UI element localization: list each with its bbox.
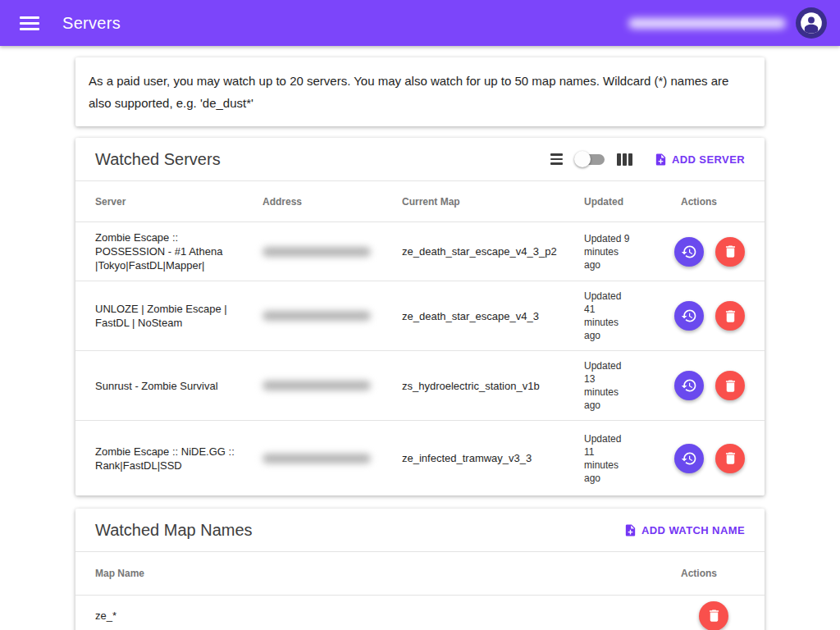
col-actions: Actions — [650, 196, 745, 208]
server-name: Sunrust - Zombie Survival — [95, 379, 262, 393]
updated-time: Updated 13 minutes ago — [584, 359, 650, 412]
history-icon — [681, 244, 697, 260]
account-circle-icon — [800, 11, 823, 34]
current-map: ze_infected_tramway_v3_3 — [402, 451, 584, 465]
trash-icon — [706, 608, 722, 623]
app-bar: Servers — [0, 0, 840, 46]
add-server-button[interactable]: ADD SERVER — [654, 153, 745, 167]
col-updated: Updated — [584, 196, 650, 208]
delete-button[interactable] — [715, 444, 745, 473]
page-title: Servers — [62, 14, 121, 33]
server-name: Zombie Escape :: NiDE.GG :: Rank|FastDL|… — [95, 445, 262, 472]
note-add-icon — [623, 523, 637, 537]
updated-time: Updated 11 minutes ago — [584, 432, 650, 485]
add-watch-name-label: ADD WATCH NAME — [641, 524, 745, 536]
delete-button[interactable] — [715, 237, 745, 267]
view-toggle[interactable] — [574, 151, 605, 167]
map-name: ze_* — [95, 609, 622, 623]
delete-button[interactable] — [715, 301, 745, 331]
paid-user-notice: As a paid user, you may watch up to 20 s… — [75, 57, 765, 126]
table-row: Zombie Escape :: POSSESSION - #1 Athena … — [75, 221, 765, 281]
delete-button[interactable] — [715, 371, 745, 400]
trash-icon — [723, 378, 738, 394]
col-map-name: Map Name — [95, 568, 622, 579]
col-actions: Actions — [622, 568, 745, 579]
history-icon — [681, 377, 697, 394]
servers-table-header: Server Address Current Map Updated Actio… — [75, 180, 765, 221]
delete-button[interactable] — [699, 601, 728, 630]
current-map: ze_death_star_escape_v4_3_p2 — [402, 244, 584, 258]
current-map: zs_hydroelectric_station_v1b — [402, 379, 584, 393]
col-address: Address — [262, 196, 402, 208]
history-button[interactable] — [674, 301, 704, 331]
server-address-redacted — [262, 311, 371, 321]
account-button[interactable] — [796, 7, 827, 39]
maps-table-header: Map Name Actions — [75, 551, 765, 595]
server-name: UNLOZE | Zombie Escape | FastDL | NoStea… — [95, 302, 262, 330]
table-row: Zombie Escape :: NiDE.GG :: Rank|FastDL|… — [75, 420, 765, 495]
current-map: ze_death_star_escape_v4_3 — [402, 309, 584, 323]
column-view-icon[interactable] — [615, 152, 634, 167]
server-name: Zombie Escape :: POSSESSION - #1 Athena … — [95, 231, 262, 272]
watched-map-names-title: Watched Map Names — [95, 521, 253, 540]
trash-icon — [723, 450, 738, 466]
history-button[interactable] — [674, 444, 704, 473]
updated-time: Updated 9 minutes ago — [584, 232, 650, 272]
trash-icon — [723, 308, 738, 324]
history-button[interactable] — [674, 371, 704, 400]
watched-servers-title: Watched Servers — [95, 150, 221, 169]
user-email-redacted — [628, 18, 786, 29]
history-icon — [681, 450, 697, 467]
menu-icon[interactable] — [13, 7, 46, 39]
toggle-knob — [574, 151, 591, 167]
table-row: UNLOZE | Zombie Escape | FastDL | NoStea… — [75, 281, 765, 350]
server-address-redacted — [262, 381, 371, 390]
server-address-redacted — [262, 247, 371, 257]
col-current-map: Current Map — [402, 196, 584, 208]
table-row: ze_* — [75, 595, 765, 630]
server-address-redacted — [262, 454, 371, 463]
watched-map-names-card: Watched Map Names ADD WATCH NAME Map Nam… — [75, 509, 765, 630]
updated-time: Updated 41 minutes ago — [584, 290, 650, 342]
add-watch-name-button[interactable]: ADD WATCH NAME — [623, 523, 745, 537]
trash-icon — [723, 244, 738, 259]
list-view-icon[interactable] — [549, 152, 564, 167]
note-add-icon — [654, 153, 668, 167]
col-server: Server — [95, 196, 262, 208]
watched-servers-card: Watched Servers ADD SERVER Server Addres… — [75, 138, 765, 495]
history-icon — [681, 308, 697, 324]
add-server-label: ADD SERVER — [672, 153, 745, 166]
table-row: Sunrust - Zombie Survival zs_hydroelectr… — [75, 350, 765, 420]
history-button[interactable] — [674, 237, 704, 267]
